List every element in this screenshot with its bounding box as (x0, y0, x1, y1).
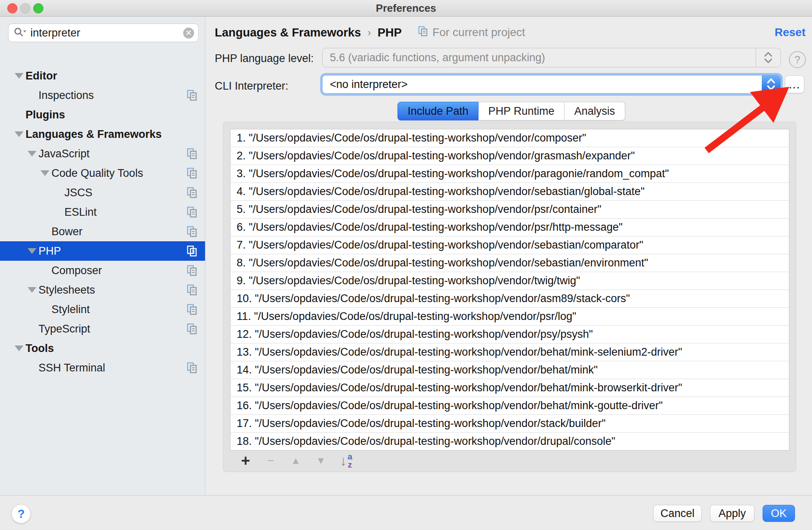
include-path-row[interactable]: 8. "/Users/opdavies/Code/os/drupal-testi… (231, 254, 789, 272)
sidebar-item-inspections[interactable]: Inspections (0, 86, 205, 105)
sidebar-item-label: PHP (38, 245, 61, 257)
sidebar-item-tools[interactable]: Tools (0, 339, 205, 358)
settings-copied-pages-icon (186, 362, 198, 376)
include-path-row[interactable]: 6. "/Users/opdavies/Code/os/drupal-testi… (231, 219, 789, 236)
breadcrumb: Languages & Frameworks › PHP For current… (215, 24, 525, 41)
chevron-down-icon[interactable] (26, 248, 38, 254)
sidebar-item-bower[interactable]: Bower (0, 222, 205, 241)
tab-include-path[interactable]: Include Path (397, 102, 479, 120)
search-icon[interactable] (13, 27, 27, 39)
sidebar-item-label: TypeScript (38, 323, 90, 335)
sidebar-item-label: Stylelint (51, 303, 90, 316)
settings-copied-pages-icon (186, 167, 198, 182)
sidebar-item-stylelint[interactable]: Stylelint (0, 300, 205, 319)
include-path-row[interactable]: 3. "/Users/opdavies/Code/os/drupal-testi… (231, 165, 789, 183)
sort-az-button[interactable]: ↓ a z (336, 453, 356, 469)
clear-search-icon[interactable]: ✕ (183, 28, 194, 39)
sidebar-item-code-quality-tools[interactable]: Code Quality Tools (0, 163, 205, 183)
include-path-row[interactable]: 1. "/Users/opdavies/Code/os/drupal-testi… (231, 129, 789, 147)
add-path-button[interactable]: + (236, 452, 255, 470)
include-path-row[interactable]: 16. "/Users/opdavies/Code/os/drupal-test… (231, 397, 789, 415)
php-language-level-select[interactable]: 5.6 (variadic functions, argument unpack… (322, 48, 781, 67)
sidebar-item-composer[interactable]: Composer (0, 261, 205, 280)
titlebar: Preferences (0, 0, 812, 17)
sidebar-item-typescript[interactable]: TypeScript (0, 319, 205, 339)
minimize-button[interactable] (20, 3, 30, 13)
sidebar-item-eslint[interactable]: ESLint (0, 202, 205, 222)
sidebar-item-label: Tools (26, 342, 54, 355)
chevron-down-icon[interactable] (38, 170, 51, 176)
include-path-row[interactable]: 4. "/Users/opdavies/Code/os/drupal-testi… (231, 183, 789, 201)
remove-path-button[interactable]: − (261, 454, 280, 468)
sidebar-item-languages-frameworks[interactable]: Languages & Frameworks (0, 124, 205, 144)
cancel-button[interactable]: Cancel (653, 505, 702, 522)
settings-sidebar: ✕ EditorInspectionsPluginsLanguages & Fr… (0, 17, 205, 495)
settings-copied-pages-icon (186, 206, 198, 221)
cli-interpreter-label: CLI Interpreter: (215, 80, 288, 92)
settings-copied-pages-icon (186, 90, 198, 104)
sidebar-item-label: SSH Terminal (38, 362, 105, 374)
include-path-row[interactable]: 9. "/Users/opdavies/Code/os/drupal-testi… (231, 272, 789, 290)
help-button[interactable]: ? (11, 504, 31, 524)
settings-copied-pages-icon (186, 284, 198, 298)
breadcrumb-php[interactable]: PHP (378, 26, 402, 39)
include-path-row[interactable]: 14. "/Users/opdavies/Code/os/drupal-test… (231, 361, 789, 379)
sidebar-item-plugins[interactable]: Plugins (0, 105, 205, 124)
settings-copied-pages-icon (186, 226, 198, 240)
php-language-level-value: 5.6 (variadic functions, argument unpack… (323, 51, 756, 64)
language-level-help-icon[interactable]: ? (789, 51, 806, 68)
sort-arrow-icon: ↓ (340, 454, 347, 468)
sidebar-item-label: Stylesheets (38, 284, 95, 296)
close-button[interactable] (7, 3, 17, 13)
settings-copied-pages-icon (186, 304, 198, 318)
include-path-row[interactable]: 15. "/Users/opdavies/Code/os/drupal-test… (231, 379, 789, 397)
include-path-row[interactable]: 2. "/Users/opdavies/Code/os/drupal-testi… (231, 147, 789, 165)
apply-button[interactable]: Apply (710, 505, 754, 522)
tab-analysis[interactable]: Analysis (564, 102, 625, 120)
cli-interpreter-value: <no interpreter> (323, 78, 762, 91)
settings-copied-pages-icon (186, 187, 198, 201)
chevron-down-icon[interactable] (13, 345, 26, 351)
php-settings-tabs: Include PathPHP RuntimeAnalysis (397, 102, 625, 120)
ok-button[interactable]: OK (763, 505, 795, 522)
search-input[interactable] (30, 26, 183, 40)
include-path-row[interactable]: 18. "/Users/opdavies/Code/os/drupal-test… (231, 433, 789, 451)
breadcrumb-languages-frameworks[interactable]: Languages & Frameworks (215, 26, 361, 39)
include-path-row[interactable]: 13. "/Users/opdavies/Code/os/drupal-test… (231, 343, 789, 361)
sidebar-item-jscs[interactable]: JSCS (0, 183, 205, 202)
sidebar-item-label: JSCS (64, 187, 92, 199)
include-path-row[interactable]: 12. "/Users/opdavies/Code/os/drupal-test… (231, 326, 789, 343)
include-path-row[interactable]: 17. "/Users/opdavies/Code/os/drupal-test… (231, 415, 789, 433)
sidebar-item-label: Editor (26, 70, 57, 82)
move-down-button[interactable]: ▼ (311, 455, 331, 466)
settings-tree: EditorInspectionsPluginsLanguages & Fram… (0, 66, 205, 378)
settings-search-field[interactable]: ✕ (8, 24, 199, 42)
sidebar-item-ssh-terminal[interactable]: SSH Terminal (0, 358, 205, 378)
include-path-list: 1. "/Users/opdavies/Code/os/drupal-testi… (230, 129, 789, 451)
include-path-row[interactable]: 11. "/Users/opdavies/Code/os/drupal-test… (231, 308, 789, 326)
current-project-icon (418, 26, 428, 39)
reset-link[interactable]: Reset (775, 26, 806, 39)
sidebar-item-php[interactable]: PHP (0, 241, 205, 261)
browse-interpreters-button[interactable]: … (785, 75, 804, 93)
sidebar-item-javascript[interactable]: JavaScript (0, 144, 205, 163)
include-path-row[interactable]: 10. "/Users/opdavies/Code/os/drupal-test… (231, 290, 789, 308)
sidebar-item-stylesheets[interactable]: Stylesheets (0, 280, 205, 300)
tab-php-runtime[interactable]: PHP Runtime (479, 102, 564, 120)
sidebar-item-label: Code Quality Tools (51, 167, 143, 180)
settings-copied-pages-icon (186, 323, 198, 337)
chevron-down-icon[interactable] (26, 151, 38, 157)
sidebar-item-editor[interactable]: Editor (0, 66, 205, 86)
move-up-button[interactable]: ▲ (286, 455, 306, 466)
zoom-button[interactable] (33, 3, 43, 13)
include-path-row[interactable]: 5. "/Users/opdavies/Code/os/drupal-testi… (231, 201, 789, 219)
include-path-row[interactable]: 7. "/Users/opdavies/Code/os/drupal-testi… (231, 236, 789, 254)
chevron-down-icon[interactable] (13, 73, 26, 79)
list-toolbar: + − ▲ ▼ ↓ a z (230, 451, 789, 471)
sidebar-item-label: Inspections (38, 89, 94, 102)
chevron-down-icon[interactable] (13, 131, 26, 137)
chevron-down-icon[interactable] (26, 287, 38, 293)
stepper-updown-icon[interactable] (756, 48, 780, 67)
stepper-updown-icon[interactable] (762, 75, 780, 93)
cli-interpreter-select[interactable]: <no interpreter> (322, 75, 781, 94)
